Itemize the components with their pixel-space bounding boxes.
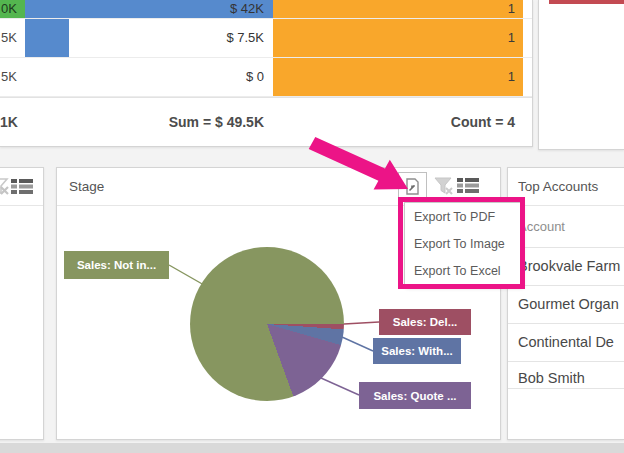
grid-row[interactable]: 5K $ 7.5K 1: [0, 19, 532, 58]
export-icon: [399, 173, 426, 200]
export-menu: Export To PDF Export To Image Export To …: [404, 202, 521, 286]
pie-callout-del: Sales: Del...: [379, 309, 471, 335]
count-total-label: Count = 4: [273, 98, 523, 146]
panel-header: [0, 168, 43, 206]
value-bar-cell: $ 42K: [25, 0, 273, 18]
count-cell: 1: [273, 0, 523, 18]
pie-chart[interactable]: [190, 247, 344, 401]
grid-row[interactable]: 0K $ 42K 1: [0, 0, 532, 19]
summary-row: 1K Sum = $ 49.5K Count = 4: [0, 97, 532, 146]
menu-item-export-pdf[interactable]: Export To PDF: [405, 204, 520, 231]
count-cell: 1: [273, 58, 523, 96]
amount-value: $ 7.5K: [226, 30, 264, 45]
panel-header: Stage: [57, 168, 500, 206]
sum-label: Sum = $ 49.5K: [25, 98, 273, 146]
account-row[interactable]: Bob Smith: [508, 362, 624, 389]
account-row[interactable]: Continental De: [508, 324, 624, 362]
category-cell: 5K: [0, 58, 25, 96]
menu-item-export-excel[interactable]: Export To Excel: [405, 258, 520, 285]
category-cell: 0K: [0, 0, 25, 18]
summary-left-value: 1K: [0, 98, 25, 146]
account-row[interactable]: Gourmet Organ: [508, 286, 624, 324]
category-cell: 5K: [0, 19, 25, 57]
red-bar-fragment: [549, 0, 624, 4]
value-bar-cell: $ 0: [25, 58, 273, 96]
account-row[interactable]: Brookvale Farm: [508, 248, 624, 286]
value-bar: [25, 19, 69, 57]
top-accounts-panel: Top Accounts Account Brookvale Farm Gour…: [507, 167, 624, 440]
filter-x-icon[interactable]: [0, 178, 9, 196]
menu-item-export-image[interactable]: Export To Image: [405, 231, 520, 258]
panel-header: Top Accounts: [508, 168, 624, 206]
count-cell: 1: [273, 19, 523, 57]
amount-value: $ 0: [246, 69, 264, 84]
pie-callout-not-in: Sales: Not in...: [64, 251, 169, 279]
adjacent-panel-fragment: [538, 0, 624, 150]
pie-callout-with: Sales: With...: [373, 338, 461, 364]
grid-icon[interactable]: [457, 178, 479, 193]
grid-row[interactable]: 5K $ 0 1: [0, 58, 532, 97]
grid-icon[interactable]: [11, 179, 33, 194]
panel-title: Stage: [69, 168, 104, 205]
export-button[interactable]: [398, 172, 427, 201]
sales-grid-panel: 0K $ 42K 1 5K $ 7.5K 1 5K $ 0 1 1K Sum =…: [0, 0, 533, 147]
value-bar-cell: $ 7.5K: [25, 19, 273, 57]
amount-value: $ 42K: [230, 1, 264, 16]
pie-callout-quote: Sales: Quote ...: [359, 382, 471, 409]
column-header-account[interactable]: Account: [508, 206, 624, 248]
panel-title: Top Accounts: [518, 168, 598, 205]
left-panel-fragment: [0, 167, 44, 440]
filter-icon[interactable]: [433, 176, 453, 196]
